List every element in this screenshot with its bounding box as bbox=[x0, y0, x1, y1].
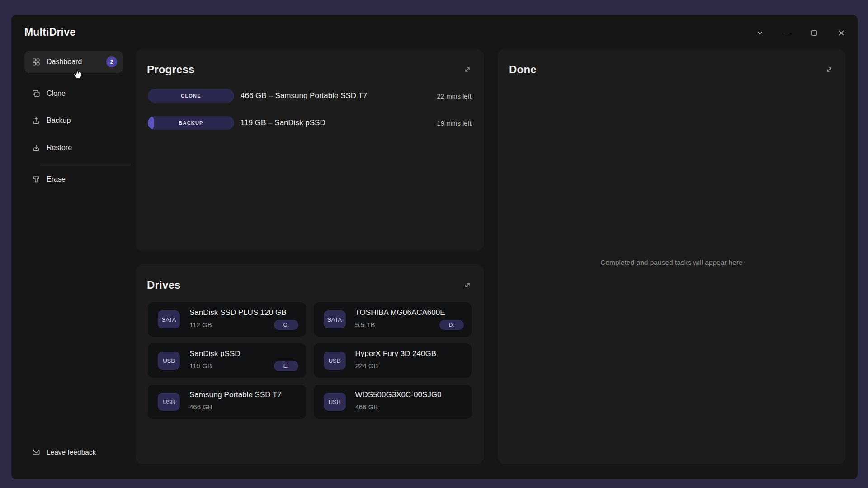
drive-bus-badge: USB bbox=[158, 352, 180, 370]
drive-capacity: 466 GB bbox=[189, 403, 212, 411]
sidebar-item-label: Clone bbox=[47, 89, 66, 98]
drive-letter-badge: C: bbox=[274, 320, 298, 330]
drives-grid: SATA SanDisk SSD PLUS 120 GB 112 GB C: S… bbox=[148, 302, 472, 419]
task-type-label: CLONE bbox=[148, 89, 234, 103]
erase-scraper-icon bbox=[32, 175, 41, 184]
task-type-label: BACKUP bbox=[148, 116, 234, 130]
sidebar-divider bbox=[40, 164, 131, 164]
drive-card[interactable]: SATA SanDisk SSD PLUS 120 GB 112 GB C: bbox=[148, 302, 306, 337]
sidebar-item-clone[interactable]: Clone bbox=[24, 82, 123, 105]
done-panel: Done Completed and paused tasks will app… bbox=[498, 49, 845, 464]
task-time-left: 22 mins left bbox=[437, 92, 472, 100]
progress-panel-title: Progress bbox=[147, 63, 195, 76]
task-progress-bar: BACKUP bbox=[148, 116, 234, 130]
leave-feedback-button[interactable]: Leave feedback bbox=[32, 448, 96, 457]
drives-panel: Drives SATA SanDisk SSD PLUS 120 GB 112 … bbox=[136, 264, 484, 464]
drive-bus-badge: USB bbox=[324, 352, 346, 370]
drive-card[interactable]: USB WDS500G3X0C-00SJG0 466 GB bbox=[314, 385, 472, 419]
drive-bus-badge: USB bbox=[324, 393, 346, 411]
drive-letter-badge: D: bbox=[439, 320, 464, 330]
sidebar-item-restore[interactable]: Restore bbox=[24, 136, 123, 159]
drive-card[interactable]: SATA TOSHIBA MG06ACA600E 5.5 TB D: bbox=[314, 302, 472, 337]
close-icon[interactable] bbox=[835, 27, 848, 39]
drive-bus-badge: SATA bbox=[324, 310, 346, 328]
dashboard-grid-icon bbox=[32, 57, 41, 66]
window-controls bbox=[754, 27, 848, 39]
task-progress-bar: CLONE bbox=[148, 89, 234, 103]
drive-card[interactable]: USB SanDisk pSSD 119 GB E: bbox=[148, 343, 306, 378]
drives-panel-title: Drives bbox=[147, 279, 181, 291]
drive-card[interactable]: USB HyperX Fury 3D 240GB 224 GB bbox=[314, 343, 472, 378]
expand-icon[interactable] bbox=[462, 281, 472, 291]
task-drive-label: 466 GB – Samsung Portable SSD T7 bbox=[234, 91, 437, 100]
sidebar-item-dashboard[interactable]: Dashboard 2 bbox=[24, 51, 123, 73]
drive-bus-badge: USB bbox=[158, 393, 180, 411]
drive-capacity: 112 GB bbox=[189, 321, 212, 328]
sidebar-item-label: Dashboard bbox=[47, 58, 82, 66]
expand-icon[interactable] bbox=[462, 65, 472, 75]
minimize-icon[interactable] bbox=[781, 27, 793, 39]
restore-download-icon bbox=[32, 143, 41, 152]
leave-feedback-label: Leave feedback bbox=[47, 448, 96, 456]
drive-name: WDS500G3X0C-00SJG0 bbox=[355, 390, 442, 399]
envelope-icon bbox=[32, 448, 41, 457]
task-time-left: 19 mins left bbox=[437, 119, 472, 127]
drive-name: SanDisk pSSD bbox=[189, 349, 240, 358]
sidebar-item-backup[interactable]: Backup bbox=[24, 109, 123, 132]
chevron-down-icon[interactable] bbox=[754, 27, 766, 39]
sidebar-item-label: Restore bbox=[47, 144, 72, 152]
app-title: MultiDrive bbox=[24, 26, 75, 38]
drive-capacity: 119 GB bbox=[189, 362, 212, 370]
drive-name: HyperX Fury 3D 240GB bbox=[355, 349, 437, 358]
drive-name: Samsung Portable SSD T7 bbox=[189, 390, 282, 399]
sidebar-item-erase[interactable]: Erase bbox=[24, 168, 123, 191]
backup-upload-icon bbox=[32, 116, 41, 125]
drive-capacity: 466 GB bbox=[355, 403, 378, 411]
app-window: MultiDrive Dashboard 2 bbox=[11, 15, 858, 479]
drive-capacity: 224 GB bbox=[355, 362, 378, 370]
drive-name: TOSHIBA MG06ACA600E bbox=[355, 308, 445, 317]
done-empty-message: Completed and paused tasks will appear h… bbox=[498, 258, 845, 267]
progress-task-row: BACKUP 119 GB – SanDisk pSSD 19 mins lef… bbox=[148, 116, 472, 130]
clone-icon bbox=[32, 89, 41, 98]
maximize-icon[interactable] bbox=[808, 27, 821, 39]
active-tasks-badge: 2 bbox=[106, 56, 117, 67]
sidebar-item-label: Erase bbox=[47, 175, 66, 183]
drive-capacity: 5.5 TB bbox=[355, 321, 375, 328]
task-drive-label: 119 GB – SanDisk pSSD bbox=[234, 118, 437, 127]
drive-name: SanDisk SSD PLUS 120 GB bbox=[189, 308, 286, 317]
drive-bus-badge: SATA bbox=[158, 310, 180, 328]
drive-card[interactable]: USB Samsung Portable SSD T7 466 GB bbox=[148, 385, 306, 419]
sidebar-item-label: Backup bbox=[47, 117, 71, 125]
progress-task-row: CLONE 466 GB – Samsung Portable SSD T7 2… bbox=[148, 89, 472, 103]
progress-panel: Progress CLONE 466 GB – Samsung Portable… bbox=[136, 49, 484, 251]
expand-icon[interactable] bbox=[824, 65, 834, 75]
drive-letter-badge: E: bbox=[274, 361, 298, 371]
done-panel-title: Done bbox=[509, 63, 537, 76]
